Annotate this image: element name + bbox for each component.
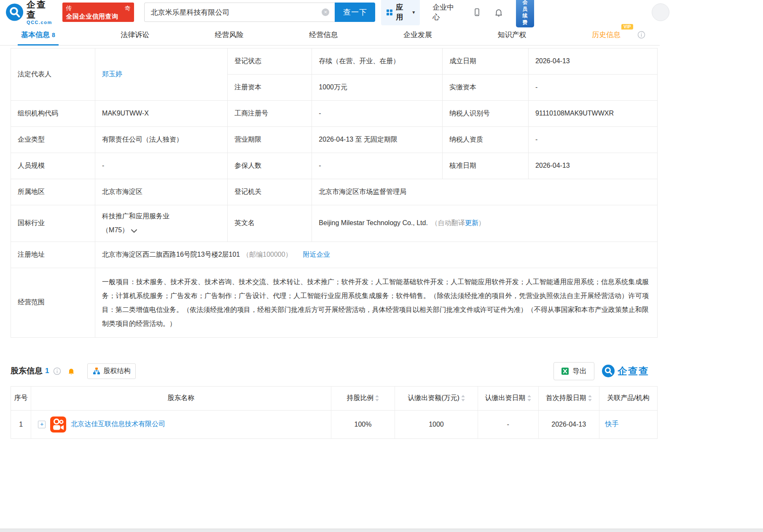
expand-row-button[interactable]: + (38, 421, 46, 428)
export-button[interactable]: 导出 (553, 362, 594, 380)
apps-grid-icon (386, 9, 393, 16)
tab-operation-risk[interactable]: 经营风险 (212, 24, 246, 45)
shareholder-company-link[interactable]: 北京达佳互联信息技术有限公司 (71, 420, 165, 429)
value-region: 北京市海淀区 (95, 179, 228, 205)
tab-basic-info[interactable]: 基本信息 8 (19, 24, 58, 45)
col-header-ratio: 持股比例 (331, 387, 395, 410)
sort-amount-icon[interactable] (461, 395, 465, 401)
equity-structure-icon (93, 367, 100, 375)
address-postcode: （邮编100000） (242, 250, 292, 260)
qcc-logo[interactable]: 企查查 QCC.com (6, 0, 56, 25)
value-taxpayer-qualification: - (529, 127, 657, 153)
legal-rep-link[interactable]: 郑玉婷 (102, 69, 122, 80)
qcc-watermark: 企查查 (602, 365, 649, 378)
search-input-wrap: × (144, 3, 335, 22)
shareholders-count: 1 (45, 367, 49, 375)
tab-operation-info-label: 经营信息 (309, 30, 338, 40)
english-name-update-link[interactable]: 更新 (465, 218, 478, 228)
chevron-down-icon[interactable] (131, 229, 137, 233)
qcc-logo-icon (6, 3, 23, 21)
label-business-scope: 经营范围 (11, 268, 95, 337)
excel-icon (561, 367, 569, 375)
floating-widget[interactable] (652, 3, 669, 21)
tab-operation-info[interactable]: 经营信息 (306, 24, 340, 45)
value-paid-capital: - (529, 75, 657, 101)
shareholders-title: 股东信息 (11, 365, 43, 376)
search-input[interactable] (144, 3, 335, 22)
shareholders-info-icon[interactable] (53, 367, 61, 375)
value-org-code: MAK9UTWW-X (95, 101, 228, 127)
label-reg-capital: 注册资本 (228, 75, 312, 101)
tab-intellectual-property-label: 知识产权 (497, 30, 526, 40)
col-header-shareholder-name: 股东名称 (31, 387, 331, 410)
equity-structure-button[interactable]: 股权结构 (87, 363, 136, 379)
industry-code-line: （M75） (102, 223, 169, 237)
basic-info-table: 法定代表人 郑玉婷 登记状态 存续（在营、开业、在册） 成立日期 2026-04… (11, 48, 658, 338)
shareholders-table: 序号 股东名称 持股比例 认缴出资额(万元) 认缴出资日期 (11, 386, 658, 439)
header-nav: 应用 ▾ 企业中心 会员 续费 (381, 0, 655, 27)
label-approval-date: 核准日期 (443, 153, 529, 179)
history-info-icon[interactable] (637, 31, 645, 39)
related-product-link[interactable]: 快手 (605, 420, 619, 429)
value-biz-term: 2026-04-13 至 无固定期限 (312, 127, 443, 153)
label-reg-status: 登记状态 (228, 48, 312, 75)
address-text: 北京市海淀区西二旗西路16号院13号楼2层101 (102, 250, 240, 260)
label-biz-term: 营业期限 (228, 127, 312, 153)
tab-basic-info-count: 8 (52, 32, 55, 38)
page-content: 企查查 QCC.com 传 奇 全国企业信用查询 × 查一下 (0, 0, 660, 439)
shareholders-section-header: 股东信息 1 股权结构 (11, 362, 649, 380)
qcc-watermark-text: 企查查 (618, 365, 649, 378)
search-button[interactable]: 查一下 (335, 3, 375, 22)
label-industry: 国标行业 (11, 205, 95, 242)
sort-first-date-icon[interactable] (588, 395, 592, 401)
industry-code: （M75） (102, 226, 129, 234)
value-address: 北京市海淀区西二旗西路16号院13号楼2层101 （邮编100000） 附近企业 (95, 242, 657, 268)
tab-intellectual-property[interactable]: 知识产权 (495, 24, 529, 45)
industry-name: 科技推广和应用服务业 (102, 210, 169, 223)
member-line2: 续费 (520, 12, 530, 26)
logo-name: 企查查 (27, 0, 56, 20)
sort-date-icon[interactable] (527, 395, 531, 401)
col-header-first-holding-date-label: 首次持股日期 (546, 394, 586, 403)
col-header-subscribed-date: 认缴出资日期 (478, 387, 539, 410)
mobile-app-icon[interactable] (473, 7, 481, 17)
shareholder-amount: 1000 (395, 411, 478, 438)
shareholder-index: 1 (11, 411, 31, 438)
english-name-note: （自动翻译 (431, 218, 465, 228)
promo-banner[interactable]: 传 奇 全国企业信用查询 (62, 3, 134, 22)
tab-basic-info-label: 基本信息 (21, 30, 50, 40)
monitor-bell-icon[interactable] (67, 367, 75, 376)
member-renewal-badge[interactable]: 会员 续费 (516, 0, 534, 27)
shareholder-row: 1 + 北京达佳互联信息技术有限公司 100% 1000 - 2026-04-1… (11, 411, 657, 438)
value-industry: 科技推广和应用服务业 （M75） (95, 205, 228, 242)
english-name-note-end: ） (478, 218, 485, 228)
tab-history-info-wrap: 历史信息 VIP (592, 30, 621, 40)
nearby-companies-link[interactable]: 附近企业 (303, 250, 330, 260)
col-header-subscribed-amount: 认缴出资额(万元) (395, 387, 478, 410)
col-header-related-products: 关联产品/机构 (599, 387, 657, 410)
label-insured-count: 参保人数 (228, 153, 312, 179)
enterprise-center-link[interactable]: 企业中心 (433, 3, 460, 22)
tab-enterprise-development[interactable]: 企业发展 (401, 24, 435, 45)
sort-ratio-icon[interactable] (375, 395, 379, 401)
label-address: 注册地址 (11, 242, 95, 268)
apps-label: 应用 (396, 3, 409, 22)
promo-slogan: 全国企业信用查询 (66, 12, 131, 21)
value-business-scope: 一般项目：技术服务、技术开发、技术咨询、技术交流、技术转让、技术推广；软件开发；… (95, 268, 657, 337)
label-establish-date: 成立日期 (443, 48, 529, 75)
label-taxpayer-id: 纳税人识别号 (443, 101, 529, 127)
label-staff-size: 人员规模 (11, 153, 95, 179)
label-org-code: 组织机构代码 (11, 101, 95, 127)
bottom-scrollbar-strip[interactable] (0, 529, 763, 532)
apps-menu[interactable]: 应用 ▾ (381, 0, 420, 25)
label-taxpayer-qualification: 纳税人资质 (443, 127, 529, 153)
english-name-text: Beijing Milestar Technology Co., Ltd. (319, 218, 428, 228)
tab-history-info[interactable]: 历史信息 VIP (589, 24, 648, 45)
label-english-name: 英文名 (228, 205, 312, 242)
value-staff-size: - (95, 153, 228, 179)
promo-top-line: 传 奇 (66, 4, 131, 12)
tab-legal-litigation[interactable]: 法律诉讼 (118, 24, 152, 45)
tab-bar: 基本信息 8 法律诉讼 经营风险 经营信息 企业发展 知识产权 历史信息 VIP (0, 24, 660, 46)
value-establish-date: 2026-04-13 (529, 48, 657, 75)
notification-bell-icon[interactable] (494, 8, 503, 17)
